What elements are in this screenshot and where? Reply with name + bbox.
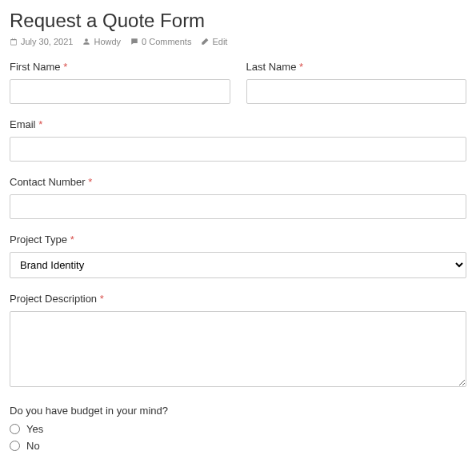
user-icon xyxy=(82,38,90,46)
budget-no-text: No xyxy=(26,440,40,452)
page-title: Request a Quote Form xyxy=(10,10,466,32)
edit-icon xyxy=(201,38,209,46)
budget-label: Do you have budget in your mind? xyxy=(10,405,466,417)
required-mark: * xyxy=(299,61,303,73)
budget-radio-group: Yes No xyxy=(10,423,466,452)
first-name-label-text: First Name xyxy=(10,61,61,73)
meta-date: July 30, 2021 xyxy=(10,37,73,46)
post-meta: July 30, 2021 Howdy 0 Comments Edit xyxy=(10,37,466,46)
project-description-label: Project Description * xyxy=(10,293,466,305)
required-mark: * xyxy=(100,293,104,305)
project-type-label: Project Type * xyxy=(10,234,466,245)
meta-date-text: July 30, 2021 xyxy=(21,37,73,46)
meta-edit-text: Edit xyxy=(212,37,227,46)
meta-author-text: Howdy xyxy=(94,37,121,46)
project-description-textarea[interactable] xyxy=(10,311,466,387)
contact-number-label-text: Contact Number xyxy=(10,176,86,188)
email-input[interactable] xyxy=(10,137,466,162)
budget-radio-no[interactable] xyxy=(10,441,20,451)
budget-option-yes[interactable]: Yes xyxy=(10,423,466,435)
project-description-label-text: Project Description xyxy=(10,293,97,305)
required-mark: * xyxy=(70,234,74,245)
required-mark: * xyxy=(88,176,92,188)
required-mark: * xyxy=(63,61,67,73)
email-label-text: Email xyxy=(10,118,36,130)
meta-edit[interactable]: Edit xyxy=(201,37,227,46)
first-name-input[interactable] xyxy=(10,79,230,104)
calendar-icon xyxy=(10,38,18,46)
budget-radio-yes[interactable] xyxy=(10,424,20,434)
last-name-input[interactable] xyxy=(246,79,467,104)
last-name-label: Last Name * xyxy=(246,61,467,73)
email-label: Email * xyxy=(10,118,466,130)
meta-author[interactable]: Howdy xyxy=(82,37,121,46)
budget-yes-text: Yes xyxy=(26,423,43,435)
project-type-select[interactable]: Brand Identity xyxy=(10,252,466,278)
last-name-label-text: Last Name xyxy=(246,61,297,73)
meta-comments-text: 0 Comments xyxy=(142,37,191,46)
meta-comments[interactable]: 0 Comments xyxy=(130,37,191,46)
first-name-label: First Name * xyxy=(10,61,230,73)
budget-option-no[interactable]: No xyxy=(10,440,466,452)
contact-number-label: Contact Number * xyxy=(10,176,466,188)
project-type-label-text: Project Type xyxy=(10,234,67,245)
contact-number-input[interactable] xyxy=(10,194,466,219)
quote-form: First Name * Last Name * Email * Contact… xyxy=(10,61,466,467)
comment-icon xyxy=(130,38,138,46)
required-mark: * xyxy=(38,118,42,130)
